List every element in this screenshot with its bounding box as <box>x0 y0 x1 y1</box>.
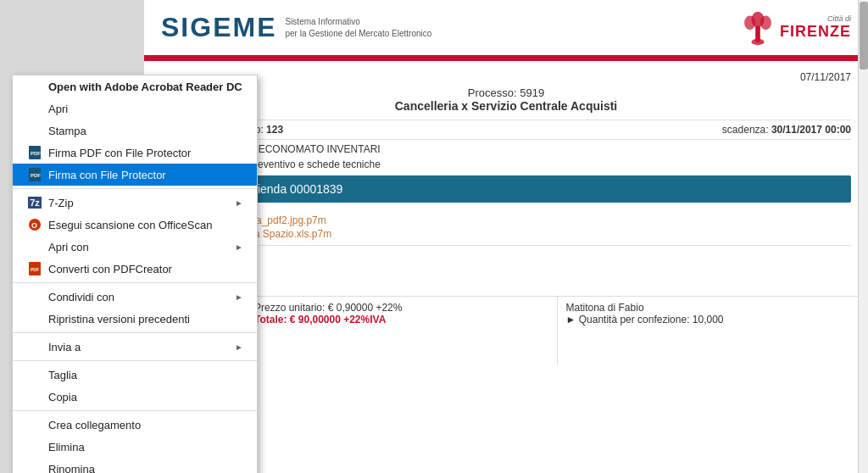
menu-item-firma-pdf[interactable]: PDFFirma PDF con File Protector <box>13 142 257 164</box>
document-header: SIGEME Sistema Informativo per la Gestio… <box>144 0 868 58</box>
menu-separator <box>13 410 257 411</box>
sigeme-subtitle: Sistema Informativo per la Gestione del … <box>285 16 431 40</box>
menu-item-content: OEsegui scansione con OfficeScan <box>26 218 243 231</box>
allegati-section: Allegati: scheda_pdf2.jpg.p7m Offerta Sp… <box>161 209 851 246</box>
submenu-arrow-icon: ► <box>235 342 243 352</box>
firenze-text: Città di FIRENZE <box>780 14 851 41</box>
svg-text:PDF: PDF <box>31 151 41 156</box>
sigeme-logo: SIGEME Sistema Informativo per la Gestio… <box>161 12 431 43</box>
document-process: Processo: 5919 <box>161 86 851 99</box>
svg-point-1 <box>744 15 755 30</box>
menu-item-label: Firma con File Protector <box>48 169 166 181</box>
document-title: Cancelleria x Servizio Centrale Acquisti <box>161 99 851 113</box>
menu-item-label: Copia <box>48 391 77 403</box>
menu-item-officescan[interactable]: OEsegui scansione con OfficeScan <box>13 214 257 236</box>
menu-separator <box>13 188 257 189</box>
firenze-logo: Città di FIRENZE <box>741 8 851 47</box>
menu-item-invia-a[interactable]: Invia a► <box>13 336 257 358</box>
unit-price: Prezzo unitario: € 0,90000 +22% <box>254 302 548 314</box>
menu-item-label: Elimina <box>48 441 85 454</box>
menu-item-7zip[interactable]: 7z7-Zip► <box>13 192 257 214</box>
sigeme-brand-text: SIGEME <box>161 12 276 43</box>
menu-item-label: Open with Adobe Acrobat Reader DC <box>48 81 242 93</box>
menu-item-label: Firma PDF con File Protector <box>48 147 191 159</box>
document-date: 07/11/2017 <box>161 71 851 83</box>
svg-text:PDF: PDF <box>31 173 41 178</box>
scrollbar-thumb[interactable] <box>860 2 868 70</box>
svg-point-4 <box>751 39 764 46</box>
menu-item-taglia[interactable]: Taglia <box>13 364 257 386</box>
menu-separator <box>13 332 257 333</box>
empty-icon <box>26 80 43 93</box>
menu-item-label: Stampa <box>48 125 86 137</box>
empty-icon <box>26 390 43 403</box>
menu-item-content: Apri con <box>26 240 235 253</box>
menu-item-content: Invia a <box>26 340 235 353</box>
menu-item-pdfcreator[interactable]: PDFConverti con PDFCreator <box>13 258 257 280</box>
menu-item-content: Rinomina <box>26 462 243 473</box>
price-section: Prezzo unitario: € 0,90000 +22% Totale: … <box>246 297 558 364</box>
doc-description2: richiede in allegato preventivo e schede… <box>161 159 851 170</box>
menu-item-label: Crea collegamento <box>48 419 141 431</box>
menu-item-content: 7z7-Zip <box>26 196 235 209</box>
empty-icon <box>26 102 43 115</box>
document-info-row: 205D491 protocollo: 123 scadenza: 30/11/… <box>161 120 851 140</box>
menu-item-content: PDFFirma con File Protector <box>26 168 243 181</box>
menu-item-label: Converti con PDFCreator <box>48 263 172 275</box>
empty-icon <box>26 340 43 353</box>
detail-section: Matitona di Fabio ► Quantità per confezi… <box>558 297 869 364</box>
menu-item-label: Apri <box>48 103 68 115</box>
menu-item-content: Open with Adobe Acrobat Reader DC <box>26 80 243 93</box>
empty-icon <box>26 124 43 137</box>
submenu-arrow-icon: ► <box>235 292 243 302</box>
menu-item-content: Stampa <box>26 124 243 137</box>
context-menu: Open with Adobe Acrobat Reader DCApriSta… <box>12 75 258 473</box>
menu-item-content: PDFFirma PDF con File Protector <box>26 146 243 159</box>
menu-item-content: Ripristina versioni precedenti <box>26 312 243 326</box>
menu-item-condividi[interactable]: Condividi con► <box>13 286 257 308</box>
company-row: Casini codice azienda 00001839 <box>161 175 851 203</box>
pdf-icon: PDF <box>26 168 43 181</box>
menu-item-content: Copia <box>26 390 243 403</box>
scrollbar[interactable] <box>858 0 868 473</box>
person-name: Matitona di Fabio <box>566 302 860 314</box>
doc-description1: CENTR. ACQUISTI - ECONOMATO INVENTARI <box>161 143 851 155</box>
menu-item-label: Ripristina versioni precedenti <box>48 313 190 326</box>
menu-item-label: Condividi con <box>48 291 114 303</box>
menu-item-copia[interactable]: Copia <box>13 386 257 408</box>
menu-separator <box>13 360 257 361</box>
empty-icon <box>26 440 43 454</box>
empty-icon <box>26 462 43 473</box>
menu-item-content: Apri <box>26 102 243 115</box>
empty-icon <box>26 312 43 326</box>
menu-item-label: Apri con <box>48 241 89 253</box>
scan-icon: O <box>26 218 43 231</box>
pdf-icon: PDF <box>26 146 43 159</box>
article-section: rticolo: 00000151 lori rosso/blu. <box>161 253 851 281</box>
article-title: rticolo: 00000151 <box>161 253 851 265</box>
menu-item-label: 7-Zip <box>48 197 74 209</box>
menu-item-open-acrobat[interactable]: Open with Adobe Acrobat Reader DC <box>13 75 257 97</box>
svg-text:PDF: PDF <box>31 267 39 272</box>
menu-item-content: Elimina <box>26 440 243 454</box>
menu-item-label: Taglia <box>48 369 77 381</box>
menu-item-firma-file[interactable]: PDFFirma con File Protector <box>13 164 257 186</box>
menu-item-label: Rinomina <box>48 463 95 474</box>
menu-item-apri-con[interactable]: Apri con► <box>13 236 257 258</box>
menu-item-elimina[interactable]: Elimina <box>13 436 257 458</box>
menu-item-ripristina[interactable]: Ripristina versioni precedenti <box>13 308 257 330</box>
submenu-arrow-icon: ► <box>235 198 243 208</box>
red-divider <box>144 58 868 61</box>
menu-item-rinomina[interactable]: Rinomina <box>13 458 257 473</box>
menu-item-label: Invia a <box>48 341 81 353</box>
quantity-info: ► Quantità per confezione: 10,000 <box>566 314 860 326</box>
menu-item-apri[interactable]: Apri <box>13 97 257 120</box>
menu-item-content: PDFConverti con PDFCreator <box>26 262 243 275</box>
article-description: lori rosso/blu. <box>161 269 851 281</box>
menu-item-stampa[interactable]: Stampa <box>13 120 257 142</box>
menu-item-content: Crea collegamento <box>26 418 243 431</box>
doc-scadenza: scadenza: 30/11/2017 00:00 <box>722 124 851 136</box>
menu-item-crea-collegamento[interactable]: Crea collegamento <box>13 414 257 436</box>
zip-icon: 7z <box>26 196 43 209</box>
total-price: Totale: € 90,00000 +22%IVA <box>254 314 548 326</box>
